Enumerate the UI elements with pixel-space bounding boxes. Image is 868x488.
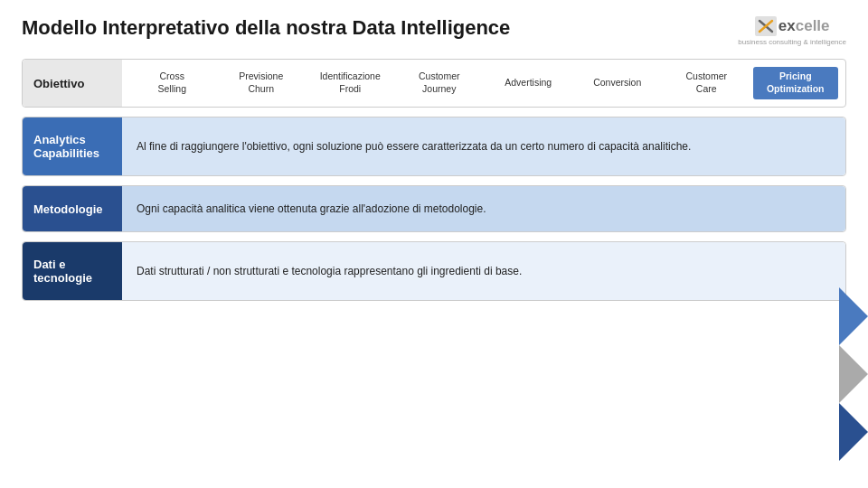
obiettivo-col: Pricing Optimization bbox=[753, 67, 839, 99]
triangle-gray bbox=[839, 345, 868, 403]
analytics-label-text: Analytics Capabilities bbox=[33, 133, 99, 160]
page-title: Modello Interpretativo della nostra Data… bbox=[22, 16, 510, 40]
analytics-label: Analytics Capabilities bbox=[23, 117, 122, 175]
obiettivo-col: Conversion bbox=[575, 73, 661, 93]
logo: excelle business consulting & intelligen… bbox=[738, 16, 846, 46]
logo-subtitle: business consulting & intelligence bbox=[738, 38, 846, 46]
obiettivo-cols: Cross SellingPrevisione ChurnIdentificaz… bbox=[122, 60, 845, 107]
dati-row: Dati e tecnologie Dati strutturati / non… bbox=[22, 241, 846, 301]
obiettivo-col: Advertising bbox=[486, 73, 571, 93]
header: Modello Interpretativo della nostra Data… bbox=[22, 16, 846, 46]
analytics-description: Al fine di raggiungere l'obiettivo, ogni… bbox=[122, 117, 845, 175]
logo-ex: ex bbox=[778, 17, 796, 34]
metodologie-label: Metodologie bbox=[23, 186, 122, 231]
triangle-darkblue bbox=[839, 403, 868, 461]
obiettivo-col: Customer Care bbox=[664, 67, 750, 99]
obiettivo-col: Identificazione Frodi bbox=[307, 67, 393, 99]
triangle-blue bbox=[839, 287, 868, 345]
obiettivo-col: Previsione Churn bbox=[219, 67, 305, 99]
metodologie-row: Metodologie Ogni capacità analitica vien… bbox=[22, 185, 846, 232]
analytics-row: Analytics Capabilities Al fine di raggiu… bbox=[22, 117, 846, 176]
logo-celle: celle bbox=[796, 17, 830, 34]
logo-icon bbox=[755, 16, 777, 36]
dati-label-text: Dati e tecnologie bbox=[33, 258, 92, 285]
page: Modello Interpretativo della nostra Data… bbox=[0, 0, 868, 488]
obiettivo-col: Cross Selling bbox=[129, 67, 215, 99]
obiettivo-row: Obiettivo Cross SellingPrevisione ChurnI… bbox=[22, 59, 846, 108]
obiettivo-col: Customer Journey bbox=[397, 67, 483, 99]
obiettivo-label: Obiettivo bbox=[23, 60, 122, 107]
logo-text: excelle bbox=[778, 17, 830, 35]
decorative-triangles bbox=[839, 63, 868, 461]
dati-label: Dati e tecnologie bbox=[23, 242, 122, 300]
dati-description: Dati strutturati / non strutturati e tec… bbox=[122, 242, 845, 300]
metodologie-description: Ogni capacità analitica viene ottenuta g… bbox=[122, 186, 845, 231]
